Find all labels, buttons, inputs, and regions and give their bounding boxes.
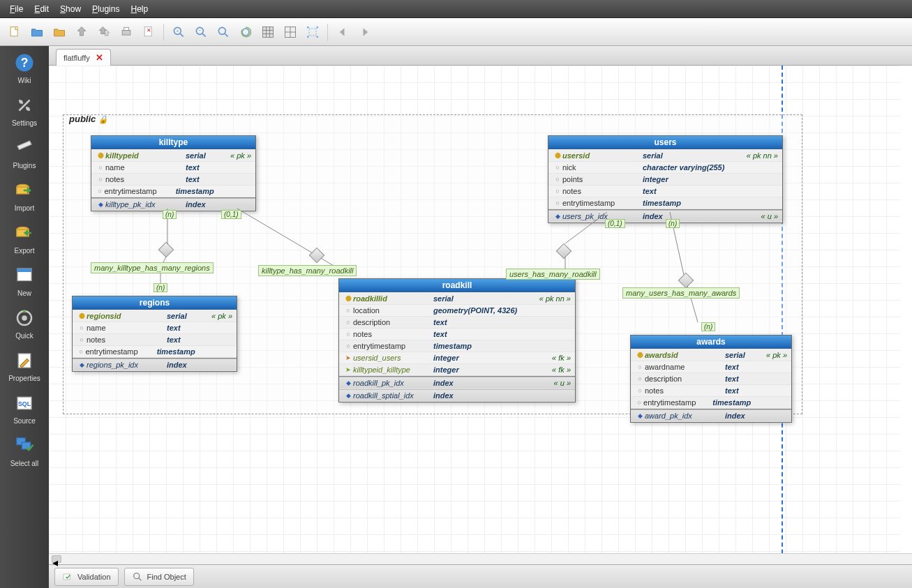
column-row[interactable]: entrytimestamptimestamp [631, 397, 791, 409]
column-row[interactable]: roadkillidserial« pk nn » [339, 292, 575, 305]
table-regions[interactable]: regions regionsidserial« pk » nametext n… [72, 296, 237, 372]
menu-file[interactable]: File [4, 2, 29, 16]
table-awards[interactable]: awards awardsidserial« pk » awardnametex… [630, 335, 792, 423]
index-row[interactable]: roadkill_sptial_idxindex [339, 389, 575, 402]
table-title: roadkill [339, 279, 575, 292]
side-wiki[interactable]: ?Wiki [3, 52, 45, 84]
schema-label: public 🔒 [69, 114, 108, 124]
side-selectall[interactable]: Select all [3, 435, 45, 467]
column-row[interactable]: notestext [91, 174, 255, 186]
canvas[interactable]: public 🔒 killtype killtypeidseria [49, 66, 912, 553]
relationship-label[interactable]: killtype_has_many_roadkill [258, 265, 357, 276]
svg-rect-22 [309, 29, 316, 36]
svg-point-23 [307, 27, 309, 29]
tabbar: flatfluffy ✕ [49, 46, 912, 66]
column-row[interactable]: entrytimestamptimestamp [339, 340, 575, 352]
zoom-in-icon[interactable]: + [170, 23, 188, 41]
column-row[interactable]: regionsidserial« pk » [73, 310, 237, 322]
col-icon [635, 374, 645, 384]
side-plugins[interactable]: Plugins [3, 137, 45, 169]
column-row[interactable]: locationgeometry(POINT, 4326) [339, 305, 575, 317]
menu-help[interactable]: Help [125, 2, 154, 16]
col-icon [553, 198, 562, 208]
zoom-out-icon[interactable]: − [192, 23, 210, 41]
zoom-reset-icon[interactable] [237, 23, 255, 41]
side-source[interactable]: SQLSource [3, 392, 45, 425]
column-row[interactable]: nickcharacter varying(255) [548, 162, 782, 174]
cardinality-label: (n) [163, 210, 177, 219]
toolbar: ✕ + − [0, 18, 912, 46]
side-properties[interactable]: Properties [3, 349, 45, 382]
column-row[interactable]: killtypeidserial« pk » [91, 149, 255, 162]
relationship-label[interactable]: users_has_many_roadkill [506, 269, 600, 280]
svg-rect-2 [124, 27, 129, 30]
toolbar-separator [327, 24, 328, 40]
horizontal-scrollbar[interactable]: ◂ [49, 553, 912, 564]
close-doc-icon[interactable]: ✕ [140, 23, 158, 41]
svg-line-6 [180, 33, 184, 37]
snap-icon[interactable] [304, 23, 322, 41]
table-title: killtype [91, 136, 255, 149]
column-row[interactable]: nametext [73, 322, 237, 334]
menu-edit[interactable]: Edit [29, 2, 54, 16]
col-icon [96, 174, 105, 184]
relationship-label[interactable]: many_killtype_has_many_regions [91, 262, 214, 273]
column-row[interactable]: usersid_usersinteger« fk » [339, 352, 575, 364]
column-row[interactable]: nametext [91, 162, 255, 174]
pk-icon [96, 150, 105, 160]
nav-back-icon[interactable] [334, 23, 352, 41]
index-row[interactable]: roadkill_pk_idxindex« u » [339, 377, 575, 389]
side-import[interactable]: Import [3, 179, 45, 212]
menu-plugins[interactable]: Plugins [87, 2, 125, 16]
grid2-icon[interactable] [281, 23, 299, 41]
column-row[interactable]: usersidserial« pk nn » [548, 149, 782, 162]
side-quick[interactable]: Quick [3, 307, 45, 340]
validation-icon [62, 571, 73, 582]
svg-line-12 [225, 33, 228, 37]
column-row[interactable]: entrytimestamptimestamp [73, 346, 237, 358]
index-icon [343, 391, 353, 400]
relationship-label[interactable]: many_users_has_many_awards [622, 287, 740, 299]
column-row[interactable]: entrytimestamptimestamp [548, 197, 782, 209]
index-row[interactable]: regions_pk_idxindex [73, 359, 237, 371]
side-new[interactable]: New [3, 264, 45, 297]
close-icon[interactable]: ✕ [96, 52, 103, 63]
column-row[interactable]: pointsinteger [548, 174, 782, 186]
sidebar: ?Wiki Settings Plugins Import Export New… [0, 46, 49, 588]
column-row[interactable]: descriptiontext [339, 317, 575, 329]
open-recent-icon[interactable] [50, 23, 68, 41]
column-row[interactable]: notestext [631, 385, 791, 397]
column-row[interactable]: notestext [548, 186, 782, 197]
column-row[interactable]: awardnametext [631, 361, 791, 373]
col-icon [343, 329, 353, 339]
save-icon[interactable] [73, 23, 91, 41]
tab-model[interactable]: flatfluffy ✕ [56, 49, 111, 66]
scrollbar-arrow-left[interactable]: ◂ [52, 555, 61, 563]
column-row[interactable]: awardsidserial« pk » [631, 349, 791, 361]
cardinality-label: (n) [154, 283, 167, 292]
column-row[interactable]: killtypeid_killtypeinteger« fk » [339, 364, 575, 376]
column-row[interactable]: descriptiontext [631, 373, 791, 385]
col-icon [553, 163, 562, 172]
side-settings[interactable]: Settings [3, 94, 45, 127]
table-roadkill[interactable]: roadkill roadkillidserial« pk nn » locat… [338, 278, 576, 402]
nav-forward-icon[interactable] [356, 23, 374, 41]
index-row[interactable]: killtype_pk_idxindex [91, 198, 255, 211]
grid1-icon[interactable] [259, 23, 277, 41]
column-row[interactable]: notestext [73, 334, 237, 346]
table-killtype[interactable]: killtype killtypeidserial« pk » nametext… [91, 135, 256, 211]
table-users[interactable]: users usersidserial« pk nn » nickcharact… [548, 135, 783, 223]
validation-button[interactable]: Validation [54, 568, 119, 586]
menu-show[interactable]: Show [54, 2, 87, 16]
column-row[interactable]: notestext [339, 329, 575, 340]
find-object-button[interactable]: Find Object [124, 568, 194, 586]
save-all-icon[interactable] [95, 23, 113, 41]
index-row[interactable]: award_pk_idxindex [631, 409, 791, 422]
open-folder-icon[interactable] [28, 23, 46, 41]
column-row[interactable]: entrytimestamptimestamp [91, 186, 255, 197]
zoom-fit-icon[interactable] [214, 23, 232, 41]
print-icon[interactable] [117, 23, 135, 41]
svg-text:+: + [176, 29, 179, 33]
new-file-icon[interactable] [6, 23, 24, 41]
side-export[interactable]: Export [3, 222, 45, 255]
